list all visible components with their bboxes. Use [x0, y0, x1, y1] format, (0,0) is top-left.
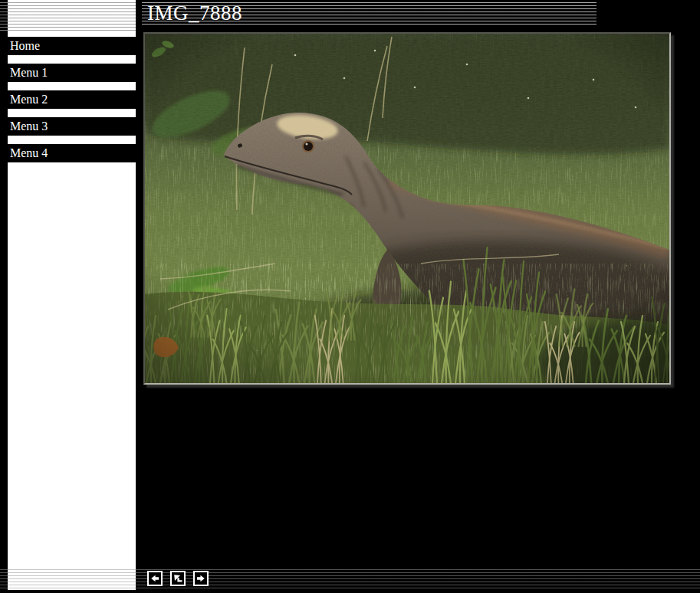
- sidebar-item-label: Menu 3: [10, 120, 48, 133]
- footer-edge: [0, 590, 700, 593]
- up-button[interactable]: [170, 571, 186, 586]
- prev-button[interactable]: [147, 571, 163, 586]
- decorative-stripes-bottom: [0, 567, 700, 590]
- next-button[interactable]: [193, 571, 209, 586]
- title-bar: IMG_7888: [142, 0, 596, 26]
- sidebar: [8, 0, 136, 590]
- photo-frame[interactable]: [143, 32, 671, 385]
- sidebar-item-label: Menu 1: [10, 66, 48, 79]
- nav-toolbar: [147, 571, 209, 586]
- sidebar-item-home[interactable]: Home: [0, 37, 136, 55]
- sidebar-item-label: Menu 2: [10, 93, 48, 106]
- gallery-page: Home Menu 1 Menu 2 Menu 3 Menu 4 IMG_788…: [0, 0, 700, 593]
- sidebar-item-menu-4[interactable]: Menu 4: [0, 144, 136, 162]
- arrow-left-icon: [150, 574, 159, 583]
- sidebar-item-label: Menu 4: [10, 146, 48, 159]
- sidebar-item-label: Home: [10, 39, 40, 52]
- decorative-stripes-top: [0, 0, 136, 32]
- photo-komodo-dragon[interactable]: [145, 34, 669, 383]
- sidebar-item-menu-3[interactable]: Menu 3: [0, 117, 136, 136]
- sidebar-item-menu-2[interactable]: Menu 2: [0, 90, 136, 109]
- sidebar-item-menu-1[interactable]: Menu 1: [0, 64, 136, 82]
- arrow-up-icon: [173, 574, 182, 583]
- page-title: IMG_7888: [147, 0, 242, 26]
- arrow-right-icon: [196, 574, 205, 583]
